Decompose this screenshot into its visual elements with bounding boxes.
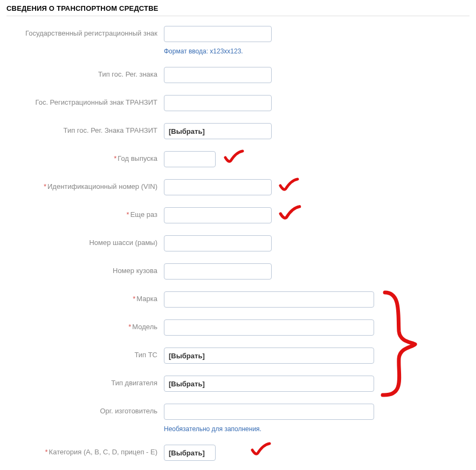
input-manufacturer[interactable] [164,404,374,420]
row-body-no: Номер кузова [6,263,470,280]
hint-reg-plate: Формат ввода: x123xx123. [164,47,470,55]
input-reg-plate-type[interactable] [164,67,272,83]
row-make: *Марка [6,291,470,308]
label-year: *Год выпуска [6,151,164,162]
row-vehicle-type: Тип ТС [Выбрать] [6,348,470,364]
label-manufacturer: Орг. изготовитель [6,404,164,415]
row-transit-plate-type: Тип гос. Рег. Знака ТРАНЗИТ [Выбрать] [6,123,470,139]
input-year[interactable] [164,151,216,167]
label-body-no: Номер кузова [6,263,164,275]
input-model[interactable] [164,319,374,336]
row-year: *Год выпуска [6,151,470,167]
select-category[interactable]: [Выбрать] [164,445,216,461]
select-vehicle-type[interactable]: [Выбрать] [164,348,374,364]
row-engine-type: Тип двигателя [Выбрать] [6,376,470,392]
input-body-no[interactable] [164,263,272,280]
checkmark-icon [250,441,272,458]
label-make: *Марка [6,291,164,303]
row-category: *Категория (A, B, C, D, прицеп - E) [Выб… [6,445,470,461]
hint-manufacturer: Необязательно для заполнения. [164,425,470,433]
select-transit-plate-type[interactable]: [Выбрать] [164,123,272,139]
row-manufacturer: Орг. изготовитель Необязательно для запо… [6,404,470,433]
select-engine-type[interactable]: [Выбрать] [164,376,374,392]
row-reg-plate-type: Тип гос. Рег. знака [6,67,470,83]
row-reg-plate: Государственный регистрационный знак Фор… [6,26,470,55]
required-marker: * [127,210,129,219]
input-vin[interactable] [164,179,272,195]
required-marker: * [114,154,116,162]
input-make[interactable] [164,291,374,308]
label-engine-type: Тип двигателя [6,376,164,387]
input-vin-repeat[interactable] [164,207,272,223]
required-marker: * [133,295,135,303]
label-vin: *Идентификационный номер (VIN) [6,179,164,190]
checkmark-icon [278,204,302,222]
label-vin-repeat: *Еще раз [6,207,164,219]
row-transit-plate: Гос. Регистрационный знак ТРАНЗИТ [6,95,470,111]
label-chassis: Номер шасси (рамы) [6,235,164,247]
label-transit-plate: Гос. Регистрационный знак ТРАНЗИТ [6,95,164,106]
required-marker: * [44,182,46,190]
checkmark-icon [223,149,245,165]
row-model: *Модель [6,319,470,336]
label-reg-plate: Государственный регистрационный знак [6,26,164,37]
label-model: *Модель [6,319,164,331]
input-reg-plate[interactable] [164,26,272,42]
input-chassis[interactable] [164,235,272,251]
label-vehicle-type: Тип ТС [6,348,164,359]
required-marker: * [128,323,131,331]
row-vin: *Идентификационный номер (VIN) [6,179,470,195]
input-transit-plate[interactable] [164,95,272,111]
label-category: *Категория (A, B, C, D, прицеп - E) [6,445,164,456]
section-title: СВЕДЕНИЯ О ТРАНСПОРТНОМ СРЕДСТВЕ [6,4,470,16]
label-reg-plate-type: Тип гос. Рег. знака [6,67,164,78]
row-chassis: Номер шасси (рамы) [6,235,470,251]
required-marker: * [45,448,48,456]
label-transit-plate-type: Тип гос. Рег. Знака ТРАНЗИТ [6,123,164,134]
wide-group: *Марка *Модель Тип ТС [Выбрать] Тип двиг… [6,291,470,392]
row-vin-repeat: *Еще раз [6,207,470,223]
checkmark-icon [278,177,300,193]
